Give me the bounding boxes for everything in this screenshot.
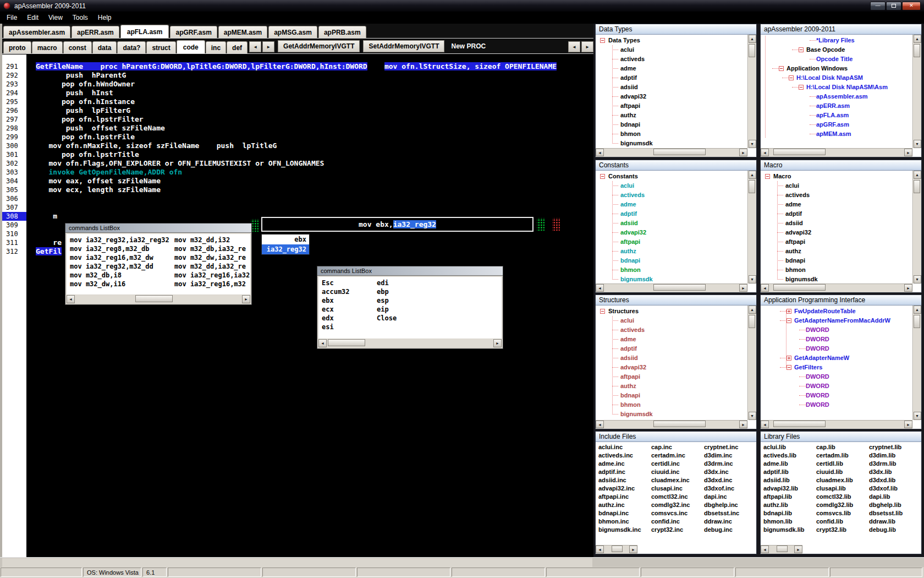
file-item-d3drm-inc[interactable]: d3drm.inc [704, 460, 739, 468]
tree-item-activeds[interactable]: activeds [596, 190, 747, 200]
tree-node-fwupdateroutetable[interactable]: FwUpdateRouteTable [761, 307, 912, 316]
file-item-comctl32-inc[interactable]: comctl32.inc [651, 493, 704, 501]
scroll-right-button[interactable]: ► [904, 284, 912, 292]
scrollbar-track[interactable] [604, 284, 739, 292]
tree-node-opcode-title[interactable]: Opcode Title [761, 54, 912, 64]
tree-item-aclui[interactable]: aclui [596, 181, 747, 190]
minimize-button[interactable]: — [870, 2, 886, 10]
file-item-confid-lib[interactable]: confid.lib [816, 517, 869, 526]
tree-node-apfla-asm[interactable]: apFLA.asm [761, 111, 912, 120]
scrollbar-track[interactable] [914, 314, 921, 412]
tree-node-getadapternamew[interactable]: GetAdapterNameW [761, 353, 912, 363]
scroll-right-button[interactable]: ► [493, 339, 502, 347]
code-line[interactable] [26, 203, 593, 212]
scroll-right-button[interactable]: ► [904, 149, 912, 156]
green-dotmatrix-icon[interactable] [537, 218, 544, 231]
scroll-left-button[interactable]: ◄ [761, 284, 769, 292]
scroll-procs-right-button[interactable]: ► [581, 41, 593, 52]
listbox-item-mov-m32-db-i8[interactable]: mov m32_db,i8 [70, 271, 171, 280]
scroll-right-button[interactable]: ► [794, 546, 802, 553]
tree-item-advapi32[interactable]: advapi32 [596, 228, 747, 237]
scrollbar-track[interactable] [749, 43, 756, 140]
vertical-scrollbar[interactable]: ▲▼ [747, 35, 756, 148]
tree-item-bhmon[interactable]: bhmon [596, 265, 747, 275]
tree-node-h-local-disk-n-apasm-asm[interactable]: H:\Local Disk N\apASM\Asm [761, 83, 912, 92]
listbox-item-mov-m32-dw-ia32-re[interactable]: mov m32_dw,ia32_re [174, 253, 250, 262]
scrollbar-track[interactable] [749, 314, 756, 412]
proc-button-getaddrmemoryivgtt[interactable]: GetAddrMemoryIVGTT [278, 40, 360, 52]
file-item-advapi32-inc[interactable]: advapi32.inc [598, 484, 651, 493]
horizontal-scrollbar[interactable]: ◄► [596, 545, 637, 554]
tree-item-authz[interactable]: authz [761, 247, 912, 256]
code-line[interactable]: push hParentG [26, 71, 593, 80]
file-item-d3dxd-inc[interactable]: d3dxd.inc [704, 476, 739, 484]
file-item-bignumsdk-inc[interactable]: bignumsdk.inc [598, 526, 651, 534]
scroll-right-button[interactable]: ► [629, 546, 637, 553]
listbox-item-mov-ia32-reg8-m32-db[interactable]: mov ia32_reg8,m32_db [70, 244, 171, 253]
file-item-dbghelp-inc[interactable]: dbghelp.inc [704, 501, 739, 509]
tree-item-adptif[interactable]: adptif [761, 209, 912, 219]
file-item-aclui-lib[interactable]: aclui.lib [763, 443, 816, 451]
tree-node-dword[interactable]: DWORD [761, 381, 912, 391]
scroll-left-button[interactable]: ◄ [596, 149, 604, 156]
scrollbar-thumb[interactable] [914, 44, 920, 57]
proc-button-setaddrmemoryivgtt[interactable]: SetAddrMemoryIVGTT [363, 40, 444, 52]
section-tab-const[interactable]: const [63, 41, 92, 53]
scrollbar-thumb[interactable] [135, 295, 173, 302]
scroll-down-button[interactable]: ▼ [749, 275, 756, 283]
listbox-item-esi[interactable]: esi [322, 323, 373, 331]
file-item-adme-inc[interactable]: adme.inc [598, 460, 651, 468]
file-item-clusapi-lib[interactable]: clusapi.lib [816, 484, 869, 493]
tree-node-library-files[interactable]: *Library Files [761, 36, 912, 45]
tree-item-bignumsdk[interactable]: bignumsdk [596, 275, 747, 283]
tree-item-bhmon[interactable]: bhmon [761, 265, 912, 275]
collapse-box-icon[interactable] [787, 318, 791, 323]
dropdown-item-ebx[interactable]: ebx [262, 235, 309, 244]
section-tab-def[interactable]: def [227, 41, 248, 53]
tree-item-adme[interactable]: adme [596, 64, 747, 73]
menu-item-file[interactable]: File [2, 12, 22, 23]
tree-item-advapi32[interactable]: advapi32 [596, 92, 747, 101]
section-tab-inc[interactable]: inc [206, 41, 226, 53]
scroll-up-button[interactable]: ▲ [749, 306, 756, 314]
code-editor[interactable]: GetFileName proc hParentG:DWORD,lpTitleG… [26, 54, 593, 557]
code-line[interactable]: pop ofn.lpstrFilter [26, 115, 593, 124]
listbox-item-accum32[interactable]: accum32 [322, 287, 373, 296]
scroll-tabs-left-button[interactable]: ◄ [249, 41, 261, 52]
file-item-authz-lib[interactable]: authz.lib [763, 501, 816, 509]
scrollbar-thumb[interactable] [749, 44, 755, 57]
scroll-right-button[interactable]: ► [739, 284, 747, 292]
file-item-d3dim-lib[interactable]: d3dim.lib [869, 451, 903, 460]
maximize-button[interactable] [886, 2, 901, 10]
code-line[interactable] [26, 194, 593, 203]
file-item-bhmon-lib[interactable]: bhmon.lib [763, 517, 816, 526]
tree-node-aperr-asm[interactable]: apERR.asm [761, 101, 912, 111]
scrollbar-track[interactable] [604, 421, 739, 429]
code-line[interactable]: pop ofn.lpstrTitle [26, 150, 593, 159]
listbox-item-ebx[interactable]: ebx [322, 296, 373, 305]
menu-item-edit[interactable]: Edit [22, 12, 43, 23]
code-line[interactable]: push hInst [26, 89, 593, 97]
scroll-down-button[interactable]: ▼ [914, 140, 921, 148]
scroll-right-button[interactable]: ► [242, 295, 250, 303]
tree-item-adsiid[interactable]: adsiid [596, 353, 747, 363]
scrollbar-track[interactable] [914, 43, 921, 140]
tree-node-dword[interactable]: DWORD [761, 372, 912, 381]
section-tab-code[interactable]: code [177, 40, 205, 53]
tree-root-structures[interactable]: Structures [596, 307, 747, 316]
expand-box-icon[interactable] [787, 309, 791, 314]
file-item-bignumsdk-lib[interactable]: bignumsdk.lib [763, 526, 816, 534]
scrollbar-track[interactable] [604, 546, 629, 554]
tree-item-adptif[interactable]: adptif [596, 209, 747, 219]
scroll-left-button[interactable]: ◄ [318, 339, 327, 347]
file-item-crypt32-lib[interactable]: crypt32.lib [816, 526, 869, 534]
file-item-d3drm-lib[interactable]: d3drm.lib [869, 460, 903, 468]
scroll-down-button[interactable]: ▼ [914, 412, 921, 420]
listbox-item-ebp[interactable]: ebp [377, 287, 502, 296]
tree-item-aftpapi[interactable]: aftpapi [596, 237, 747, 247]
tree-node-h-local-disk-n-apasm[interactable]: H:\Local Disk N\apASM [761, 73, 912, 83]
listbox-item-mov-m32-dw-i16[interactable]: mov m32_dw,i16 [70, 280, 171, 288]
scrollbar-thumb[interactable] [653, 421, 706, 427]
file-item-cap-lib[interactable]: cap.lib [816, 443, 869, 451]
horizontal-scrollbar[interactable]: ◄► [761, 283, 912, 292]
